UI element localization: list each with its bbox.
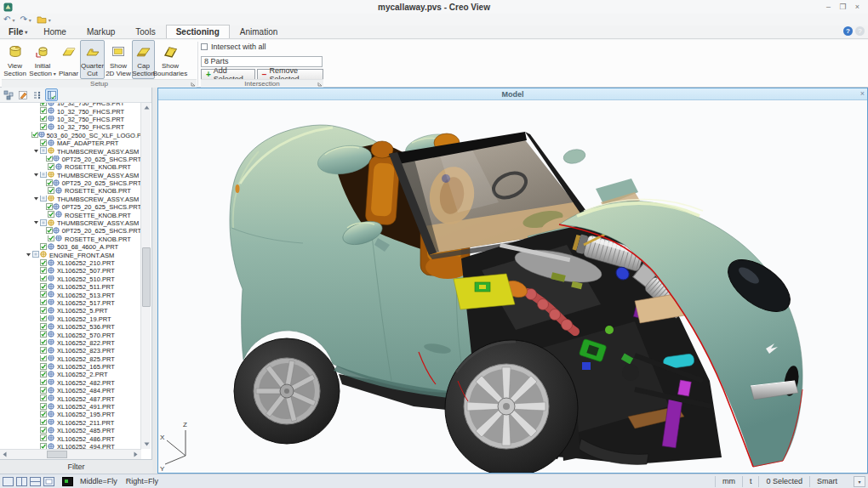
layout-quad-icon[interactable] (43, 477, 54, 486)
filter-bar[interactable]: Filter (0, 459, 152, 474)
layout-vertical-split-icon[interactable] (16, 477, 27, 486)
expander-icon[interactable] (26, 252, 32, 259)
tree-item-xl106252_536.prt[interactable]: XL106252_536.PRT (0, 323, 141, 331)
tab-home[interactable]: Home (33, 25, 77, 38)
tree-item-xl106252_210.prt[interactable]: XL106252_210.PRT (0, 259, 141, 267)
minimize-icon[interactable]: – (821, 0, 836, 14)
close-icon[interactable]: × (850, 0, 865, 14)
visibility-checkbox[interactable] (48, 187, 55, 195)
show-boundaries-button[interactable]: ShowBoundaries (155, 40, 186, 79)
visibility-checkbox[interactable] (40, 355, 48, 363)
model-tree[interactable]: 10_32_750_FHCS.PRT10_32_750_FHCS.PRT10_3… (0, 103, 141, 449)
tree-item-10_32_750_fhcs.prt[interactable]: 10_32_750_FHCS.PRT (0, 123, 141, 131)
vscroll-thumb[interactable] (142, 247, 151, 307)
tree-vertical-scrollbar[interactable] (140, 103, 151, 449)
qat-customize-icon[interactable]: ▾ (49, 17, 51, 23)
tree-item-xl106252_494.prt[interactable]: XL106252_494.PRT (0, 443, 141, 449)
tree-item-503_68_4600_a.prt[interactable]: 503_68_4600_A.PRT (0, 243, 141, 251)
tree-item-xl106252_195.prt[interactable]: XL106252_195.PRT (0, 411, 141, 418)
scroll-down-icon[interactable] (141, 440, 151, 449)
visibility-checkbox-partial[interactable] (40, 219, 48, 227)
annotations-view-icon[interactable] (16, 88, 29, 101)
show-2d-view-button[interactable]: Show2D View (105, 40, 132, 79)
tab-tools[interactable]: Tools (125, 25, 165, 38)
visibility-checkbox[interactable] (40, 403, 48, 411)
visibility-checkbox[interactable] (40, 379, 48, 387)
tree-item-xl106252_486.prt[interactable]: XL106252_486.PRT (0, 434, 141, 442)
visibility-checkbox[interactable] (40, 259, 48, 267)
visibility-checkbox[interactable] (40, 339, 48, 347)
visibility-checkbox[interactable] (31, 132, 38, 139)
tree-item-0pt25_20_625_shcs.prt[interactable]: 0PT25_20_625_SHCS.PRT (0, 203, 141, 211)
hscroll-thumb[interactable] (47, 451, 67, 458)
tree-horizontal-scrollbar[interactable] (0, 449, 141, 459)
tree-item-xl106252_19.prt[interactable]: XL106252_19.PRT (0, 315, 141, 323)
visibility-checkbox[interactable] (40, 434, 48, 442)
tab-animation[interactable]: Animation (230, 25, 288, 38)
tree-item-xl106252_2.prt[interactable]: XL106252_2.PRT (0, 371, 141, 378)
tab-sectioning[interactable]: Sectioning (166, 25, 230, 38)
quarter-cut-button[interactable]: QuarterCut (80, 40, 105, 79)
visibility-checkbox-partial[interactable] (40, 147, 48, 155)
visibility-checkbox[interactable] (40, 419, 48, 427)
undo-dropdown-icon[interactable]: ▾ (12, 17, 14, 23)
tree-item-0pt25_20_625_shcs.prt[interactable]: 0PT25_20_625_SHCS.PRT (0, 156, 141, 163)
visibility-checkbox[interactable] (40, 299, 48, 307)
visibility-checkbox[interactable] (40, 387, 48, 394)
visibility-checkbox[interactable] (40, 331, 48, 338)
visibility-checkbox[interactable] (40, 363, 48, 371)
visibility-checkbox[interactable] (40, 139, 48, 147)
visibility-checkbox[interactable] (48, 235, 55, 243)
tree-item-xl106252_823.prt[interactable]: XL106252_823.PRT (0, 347, 141, 355)
visibility-checkbox[interactable] (40, 347, 48, 355)
layout-single-icon[interactable] (3, 477, 14, 486)
tree-item-xl106252_511.prt[interactable]: XL106252_511.PRT (0, 283, 141, 291)
visibility-checkbox[interactable] (40, 411, 48, 418)
car-3d-model[interactable]: Z X Y (158, 100, 867, 473)
mass-units-indicator[interactable]: t (742, 476, 759, 487)
expander-icon[interactable] (33, 172, 40, 179)
tree-item-0pt25_20_625_shcs.prt[interactable]: 0PT25_20_625_SHCS.PRT (0, 227, 141, 235)
visibility-checkbox[interactable] (48, 211, 55, 218)
visibility-checkbox-partial[interactable] (40, 196, 48, 203)
fly-mode-icon[interactable] (62, 477, 73, 486)
tree-item-rosette_knob.prt[interactable]: ROSETTE_KNOB.PRT (0, 211, 141, 218)
visibility-checkbox[interactable] (46, 156, 54, 163)
tree-item-10_32_750_fhcs.prt[interactable]: 10_32_750_FHCS.PRT (0, 107, 141, 115)
tree-item-thumbscrew_assy.asm[interactable]: THUMBSCREW_ASSY.ASM (0, 219, 141, 227)
visibility-checkbox[interactable] (46, 227, 54, 235)
checkbox-box[interactable] (201, 43, 208, 50)
tree-item-xl106252_513.prt[interactable]: XL106252_513.PRT (0, 291, 141, 298)
tree-item-xl106252_507.prt[interactable]: XL106252_507.PRT (0, 267, 141, 275)
3d-canvas[interactable]: Z X Y (158, 100, 867, 473)
redo-dropdown-icon[interactable]: ▾ (29, 17, 31, 23)
scroll-left-icon[interactable] (0, 450, 9, 459)
tree-item-xl106252_825.prt[interactable]: XL106252_825.PRT (0, 355, 141, 363)
tree-item-xl106252_5.prt[interactable]: XL106252_5.PRT (0, 307, 141, 315)
intersection-dialog-launcher-icon[interactable] (317, 82, 323, 87)
visibility-checkbox[interactable] (40, 283, 48, 291)
units-indicator[interactable]: mm (715, 476, 742, 487)
tree-item-xl106252_487.prt[interactable]: XL106252_487.PRT (0, 394, 141, 402)
tree-item-rosette_knob.prt[interactable]: ROSETTE_KNOB.PRT (0, 187, 141, 195)
tree-item-thumbscrew_assy.asm[interactable]: THUMBSCREW_ASSY.ASM (0, 172, 141, 179)
visibility-checkbox[interactable] (40, 394, 48, 402)
initial-section-button[interactable]: InitialSection ▾ (28, 40, 57, 79)
visibility-checkbox[interactable] (40, 371, 48, 378)
visibility-checkbox-partial[interactable] (40, 172, 48, 179)
visibility-checkbox[interactable] (40, 243, 48, 251)
tree-item-thumbscrew_assy.asm[interactable]: THUMBSCREW_ASSY.ASM (0, 147, 141, 155)
tree-item-rosette_knob.prt[interactable]: ROSETTE_KNOB.PRT (0, 163, 141, 171)
visibility-checkbox[interactable] (46, 179, 54, 187)
visibility-checkbox[interactable] (40, 307, 48, 315)
visibility-checkbox-partial[interactable] (32, 251, 40, 258)
redo-icon[interactable]: ↷ (20, 14, 26, 25)
expander-icon[interactable] (33, 196, 40, 203)
tree-item-xl106252_517.prt[interactable]: XL106252_517.PRT (0, 299, 141, 307)
viewport-close-icon[interactable]: × (860, 88, 865, 99)
tab-markup[interactable]: Markup (77, 25, 125, 38)
tree-item-xl106252_165.prt[interactable]: XL106252_165.PRT (0, 363, 141, 371)
tree-item-0pt25_20_625_shcs.prt[interactable]: 0PT25_20_625_SHCS.PRT (0, 179, 141, 187)
visibility-checkbox[interactable] (40, 275, 48, 283)
tree-item-engine_front.asm[interactable]: ENGINE_FRONT.ASM (0, 251, 141, 258)
